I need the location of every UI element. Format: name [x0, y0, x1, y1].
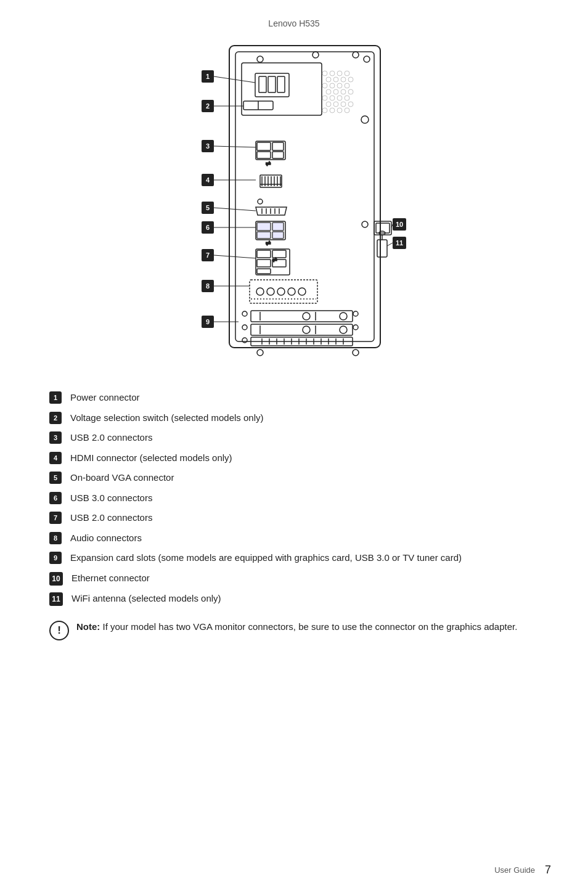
note-section: ! Note: If your model has two VGA monito… — [37, 619, 551, 640]
svg-point-4 — [353, 52, 359, 58]
svg-point-13 — [322, 71, 327, 76]
svg-point-85 — [242, 311, 247, 316]
svg-point-26 — [333, 89, 338, 94]
svg-text:11: 11 — [396, 239, 403, 247]
legend-item: 7USB 2.0 connectors — [49, 511, 539, 525]
note-icon: ! — [49, 621, 69, 640]
svg-point-3 — [312, 52, 319, 58]
svg-point-16 — [345, 71, 349, 76]
svg-text:9: 9 — [206, 318, 210, 325]
svg-point-15 — [337, 71, 342, 76]
svg-point-41 — [361, 116, 369, 123]
svg-text:⇌: ⇌ — [266, 160, 271, 167]
legend-text: On-board VGA connector — [70, 471, 174, 485]
svg-point-35 — [341, 102, 346, 107]
svg-text:3: 3 — [206, 142, 210, 150]
note-body: If your model has two VGA monitor connec… — [103, 621, 518, 632]
svg-rect-43 — [257, 142, 271, 150]
svg-point-57 — [258, 199, 263, 204]
svg-point-83 — [298, 288, 306, 295]
svg-rect-45 — [257, 152, 271, 158]
diagram-area: ⇌ — [37, 39, 551, 372]
svg-point-80 — [267, 288, 274, 295]
legend-text: Audio connectors — [70, 531, 142, 546]
footer-page: 7 — [545, 864, 551, 877]
svg-rect-74 — [257, 260, 271, 267]
legend-badge: 9 — [49, 552, 62, 564]
svg-point-95 — [303, 326, 310, 333]
footer: User Guide 7 — [494, 864, 551, 877]
svg-point-34 — [333, 102, 338, 107]
svg-rect-76 — [257, 269, 271, 274]
svg-point-31 — [337, 96, 342, 100]
svg-point-92 — [242, 325, 247, 330]
legend-text: WiFi antenna (selected models only) — [71, 592, 221, 606]
svg-point-33 — [326, 102, 331, 107]
legend-badge: 4 — [49, 452, 62, 464]
legend-text: HDMI connector (selected models only) — [70, 451, 232, 465]
svg-point-82 — [288, 288, 295, 295]
svg-point-90 — [340, 313, 347, 320]
legend-badge: 10 — [49, 572, 63, 586]
svg-point-91 — [353, 311, 358, 316]
svg-point-97 — [340, 326, 347, 333]
legend-badge: 5 — [49, 472, 62, 484]
svg-point-39 — [337, 108, 342, 113]
svg-line-152 — [387, 243, 393, 246]
svg-rect-46 — [272, 152, 284, 158]
svg-point-81 — [277, 288, 285, 295]
legend: 1Power connector2Voltage selection switc… — [37, 391, 551, 606]
svg-rect-8 — [259, 76, 266, 92]
svg-rect-0 — [229, 46, 380, 348]
legend-item: 3USB 2.0 connectors — [49, 431, 539, 445]
legend-text: Expansion card slots (some models are eq… — [70, 551, 462, 565]
legend-item: 8Audio connectors — [49, 531, 539, 546]
svg-point-30 — [330, 96, 335, 100]
svg-rect-117 — [377, 240, 387, 257]
legend-text: USB 2.0 connectors — [70, 431, 152, 445]
svg-rect-10 — [277, 76, 285, 92]
svg-rect-67 — [257, 232, 271, 239]
svg-point-38 — [330, 108, 335, 113]
svg-point-27 — [341, 89, 346, 94]
legend-badge: 6 — [49, 492, 62, 504]
legend-badge: 3 — [49, 431, 62, 444]
legend-text: Ethernet connector — [71, 571, 150, 586]
page-title: Lenovo H535 — [37, 18, 551, 28]
svg-point-17 — [326, 77, 331, 82]
svg-line-134 — [214, 208, 256, 211]
svg-rect-68 — [272, 232, 284, 239]
legend-text: Power connector — [70, 391, 140, 405]
svg-rect-86 — [251, 311, 353, 322]
svg-text:6: 6 — [206, 224, 210, 231]
svg-point-99 — [242, 338, 247, 343]
svg-point-28 — [348, 89, 353, 94]
svg-text:10: 10 — [396, 221, 403, 228]
svg-rect-44 — [272, 142, 284, 150]
svg-marker-58 — [256, 207, 287, 215]
svg-point-23 — [337, 83, 342, 88]
svg-text:1: 1 — [206, 73, 210, 80]
svg-point-5 — [364, 56, 370, 62]
svg-text:⇌: ⇌ — [266, 240, 271, 247]
legend-badge: 1 — [49, 391, 62, 404]
svg-rect-66 — [272, 223, 284, 231]
svg-point-25 — [326, 89, 331, 94]
page: Lenovo H535 — [0, 0, 588, 665]
svg-rect-93 — [251, 324, 353, 335]
svg-point-113 — [257, 349, 263, 356]
svg-line-128 — [214, 146, 256, 147]
legend-badge: 8 — [49, 532, 62, 544]
legend-badge: 7 — [49, 512, 62, 524]
svg-rect-72 — [257, 250, 271, 258]
legend-text: USB 2.0 connectors — [70, 511, 152, 525]
svg-rect-1 — [235, 52, 374, 341]
legend-item: 2Voltage selection switch (selected mode… — [49, 411, 539, 425]
svg-point-79 — [256, 288, 264, 295]
svg-point-21 — [322, 83, 327, 88]
svg-text:5: 5 — [206, 204, 210, 211]
svg-point-14 — [330, 71, 335, 76]
legend-item: 5On-board VGA connector — [49, 471, 539, 485]
note-text: Note: If your model has two VGA monitor … — [76, 619, 517, 634]
svg-point-19 — [341, 77, 346, 82]
